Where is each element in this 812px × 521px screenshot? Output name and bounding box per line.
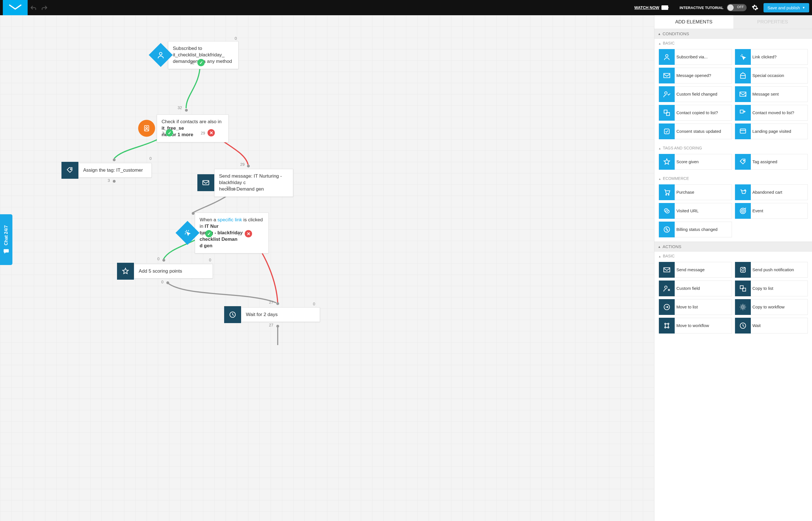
undo-button[interactable] bbox=[28, 3, 39, 12]
app-logo[interactable] bbox=[3, 0, 28, 15]
tutorial-toggle[interactable]: OFF bbox=[727, 4, 747, 11]
settings-icon[interactable] bbox=[752, 4, 759, 11]
tutorial-label: INTERACTIVE TUTORIAL bbox=[679, 6, 723, 10]
redo-button[interactable] bbox=[39, 3, 50, 12]
watch-now-link[interactable]: WATCH NOW bbox=[634, 5, 659, 10]
top-bar: WATCH NOW INTERACTIVE TUTORIAL OFF Save … bbox=[0, 0, 812, 15]
caret-down-icon: ▼ bbox=[802, 6, 805, 9]
video-icon bbox=[661, 5, 668, 10]
save-publish-button[interactable]: Save and publish▼ bbox=[764, 3, 809, 13]
toggle-off-label: OFF bbox=[737, 5, 744, 9]
